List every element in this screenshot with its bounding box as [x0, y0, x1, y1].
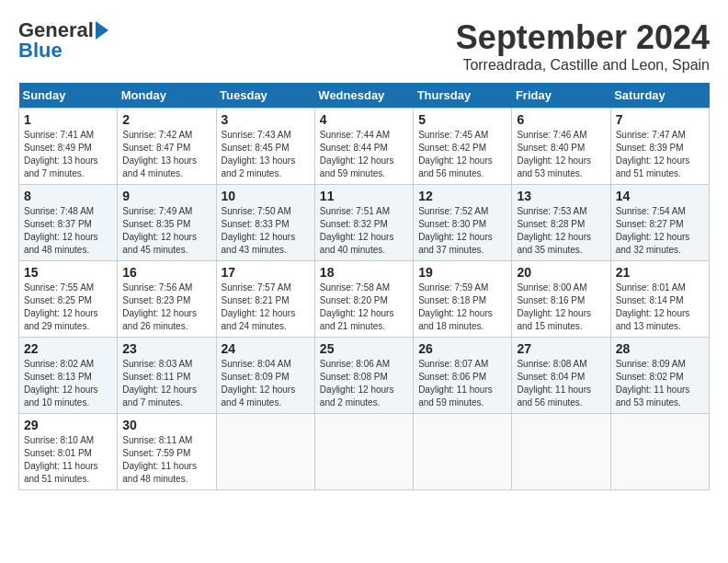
day-info: Sunrise: 7:57 AM Sunset: 8:21 PM Dayligh…: [222, 282, 310, 333]
day-info: Sunrise: 7:59 AM Sunset: 8:18 PM Dayligh…: [418, 282, 506, 333]
day-info: Sunrise: 7:45 AM Sunset: 8:42 PM Dayligh…: [418, 129, 506, 180]
calendar-cell: 18Sunrise: 7:58 AM Sunset: 8:20 PM Dayli…: [314, 261, 413, 338]
calendar-cell: 17Sunrise: 7:57 AM Sunset: 8:21 PM Dayli…: [216, 261, 314, 338]
calendar-cell: 11Sunrise: 7:51 AM Sunset: 8:32 PM Dayli…: [314, 185, 413, 261]
col-saturday: Saturday: [610, 83, 709, 109]
day-info: Sunrise: 8:03 AM Sunset: 8:11 PM Dayligh…: [122, 358, 210, 409]
page-header: General Blue September 2024 Torreadrada,…: [18, 18, 710, 74]
day-number: 26: [418, 341, 506, 356]
day-info: Sunrise: 7:46 AM Sunset: 8:40 PM Dayligh…: [517, 129, 605, 180]
day-info: Sunrise: 7:42 AM Sunset: 8:47 PM Dayligh…: [122, 129, 210, 180]
day-number: 13: [517, 189, 605, 203]
col-sunday: Sunday: [19, 83, 118, 109]
day-number: 12: [418, 189, 506, 203]
calendar-cell: 8Sunrise: 7:48 AM Sunset: 8:37 PM Daylig…: [19, 185, 118, 261]
day-info: Sunrise: 8:07 AM Sunset: 8:06 PM Dayligh…: [418, 358, 506, 409]
calendar-cell: 29Sunrise: 8:10 AM Sunset: 8:01 PM Dayli…: [19, 414, 118, 490]
day-number: 14: [616, 189, 704, 203]
calendar-cell: [314, 414, 413, 490]
day-number: 8: [24, 189, 112, 203]
day-info: Sunrise: 8:11 AM Sunset: 7:59 PM Dayligh…: [122, 434, 210, 486]
day-number: 1: [24, 112, 112, 127]
calendar-cell: 26Sunrise: 8:07 AM Sunset: 8:06 PM Dayli…: [414, 338, 512, 414]
day-number: 18: [320, 265, 408, 280]
day-info: Sunrise: 8:08 AM Sunset: 8:04 PM Dayligh…: [517, 358, 605, 409]
calendar-cell: 12Sunrise: 7:52 AM Sunset: 8:30 PM Dayli…: [414, 185, 512, 261]
calendar-cell: 16Sunrise: 7:56 AM Sunset: 8:23 PM Dayli…: [118, 261, 216, 338]
calendar-cell: 2Sunrise: 7:42 AM Sunset: 8:47 PM Daylig…: [118, 109, 216, 185]
calendar-cell: 23Sunrise: 8:03 AM Sunset: 8:11 PM Dayli…: [118, 338, 216, 414]
day-info: Sunrise: 8:09 AM Sunset: 8:02 PM Dayligh…: [616, 358, 704, 409]
calendar-cell: 4Sunrise: 7:44 AM Sunset: 8:44 PM Daylig…: [314, 109, 413, 185]
day-number: 20: [517, 265, 605, 280]
day-info: Sunrise: 7:47 AM Sunset: 8:39 PM Dayligh…: [616, 129, 704, 180]
day-info: Sunrise: 8:04 AM Sunset: 8:09 PM Dayligh…: [222, 358, 310, 409]
calendar-cell: 28Sunrise: 8:09 AM Sunset: 8:02 PM Dayli…: [610, 338, 709, 414]
calendar-cell: [610, 414, 709, 490]
day-number: 28: [616, 341, 704, 356]
calendar-cell: 14Sunrise: 7:54 AM Sunset: 8:27 PM Dayli…: [610, 185, 709, 261]
calendar-cell: 24Sunrise: 8:04 AM Sunset: 8:09 PM Dayli…: [216, 338, 314, 414]
day-info: Sunrise: 7:48 AM Sunset: 8:37 PM Dayligh…: [24, 205, 112, 257]
day-info: Sunrise: 7:51 AM Sunset: 8:32 PM Dayligh…: [320, 205, 408, 257]
calendar-cell: 9Sunrise: 7:49 AM Sunset: 8:35 PM Daylig…: [118, 185, 216, 261]
day-number: 25: [320, 341, 408, 356]
calendar-week-5: 29Sunrise: 8:10 AM Sunset: 8:01 PM Dayli…: [19, 414, 710, 490]
day-info: Sunrise: 8:01 AM Sunset: 8:14 PM Dayligh…: [616, 282, 704, 333]
day-number: 22: [24, 341, 112, 356]
calendar-cell: 22Sunrise: 8:02 AM Sunset: 8:13 PM Dayli…: [19, 338, 118, 414]
day-info: Sunrise: 8:02 AM Sunset: 8:13 PM Dayligh…: [24, 358, 112, 409]
day-number: 4: [320, 112, 408, 127]
calendar-cell: [512, 414, 610, 490]
col-wednesday: Wednesday: [314, 83, 413, 109]
calendar-week-4: 22Sunrise: 8:02 AM Sunset: 8:13 PM Dayli…: [19, 338, 710, 414]
logo-arrow-icon: [96, 21, 108, 40]
calendar-week-1: 1Sunrise: 7:41 AM Sunset: 8:49 PM Daylig…: [19, 109, 710, 185]
day-info: Sunrise: 8:06 AM Sunset: 8:08 PM Dayligh…: [320, 358, 408, 409]
day-info: Sunrise: 7:44 AM Sunset: 8:44 PM Dayligh…: [320, 129, 408, 180]
col-thursday: Thursday: [414, 83, 512, 109]
title-section: September 2024 Torreadrada, Castille and…: [456, 18, 710, 74]
calendar-cell: 6Sunrise: 7:46 AM Sunset: 8:40 PM Daylig…: [512, 109, 610, 185]
calendar-cell: 1Sunrise: 7:41 AM Sunset: 8:49 PM Daylig…: [19, 109, 118, 185]
day-info: Sunrise: 7:56 AM Sunset: 8:23 PM Dayligh…: [122, 282, 210, 333]
day-info: Sunrise: 7:43 AM Sunset: 8:45 PM Dayligh…: [222, 129, 310, 180]
calendar-cell: 3Sunrise: 7:43 AM Sunset: 8:45 PM Daylig…: [216, 109, 314, 185]
calendar-cell: 5Sunrise: 7:45 AM Sunset: 8:42 PM Daylig…: [414, 109, 512, 185]
day-info: Sunrise: 7:55 AM Sunset: 8:25 PM Dayligh…: [24, 282, 112, 333]
calendar-cell: 25Sunrise: 8:06 AM Sunset: 8:08 PM Dayli…: [314, 338, 413, 414]
location-title: Torreadrada, Castille and Leon, Spain: [456, 57, 710, 74]
month-title: September 2024: [456, 18, 710, 57]
day-number: 19: [418, 265, 506, 280]
day-number: 11: [320, 189, 408, 203]
calendar-week-3: 15Sunrise: 7:55 AM Sunset: 8:25 PM Dayli…: [19, 261, 710, 338]
calendar-cell: 19Sunrise: 7:59 AM Sunset: 8:18 PM Dayli…: [414, 261, 512, 338]
day-number: 16: [122, 265, 210, 280]
calendar-cell: 27Sunrise: 8:08 AM Sunset: 8:04 PM Dayli…: [512, 338, 610, 414]
calendar-cell: 7Sunrise: 7:47 AM Sunset: 8:39 PM Daylig…: [610, 109, 709, 185]
day-number: 5: [418, 112, 506, 127]
day-info: Sunrise: 7:49 AM Sunset: 8:35 PM Dayligh…: [122, 205, 210, 257]
calendar-cell: [216, 414, 314, 490]
calendar-cell: 15Sunrise: 7:55 AM Sunset: 8:25 PM Dayli…: [19, 261, 118, 338]
calendar-table: Sunday Monday Tuesday Wednesday Thursday…: [18, 83, 710, 490]
day-number: 10: [222, 189, 310, 203]
day-number: 17: [222, 265, 310, 280]
calendar-cell: 10Sunrise: 7:50 AM Sunset: 8:33 PM Dayli…: [216, 185, 314, 261]
col-friday: Friday: [512, 83, 610, 109]
day-info: Sunrise: 8:00 AM Sunset: 8:16 PM Dayligh…: [517, 282, 605, 333]
calendar-cell: 30Sunrise: 8:11 AM Sunset: 7:59 PM Dayli…: [118, 414, 216, 490]
header-row: Sunday Monday Tuesday Wednesday Thursday…: [19, 83, 710, 109]
day-number: 23: [122, 341, 210, 356]
day-info: Sunrise: 7:50 AM Sunset: 8:33 PM Dayligh…: [222, 205, 310, 257]
day-number: 29: [24, 418, 112, 432]
day-info: Sunrise: 7:54 AM Sunset: 8:27 PM Dayligh…: [616, 205, 704, 257]
day-info: Sunrise: 8:10 AM Sunset: 8:01 PM Dayligh…: [24, 434, 112, 486]
day-number: 2: [122, 112, 210, 127]
day-number: 27: [517, 341, 605, 356]
day-number: 3: [222, 112, 310, 127]
day-number: 15: [24, 265, 112, 280]
day-number: 7: [616, 112, 704, 127]
calendar-week-2: 8Sunrise: 7:48 AM Sunset: 8:37 PM Daylig…: [19, 185, 710, 261]
day-number: 21: [616, 265, 704, 280]
